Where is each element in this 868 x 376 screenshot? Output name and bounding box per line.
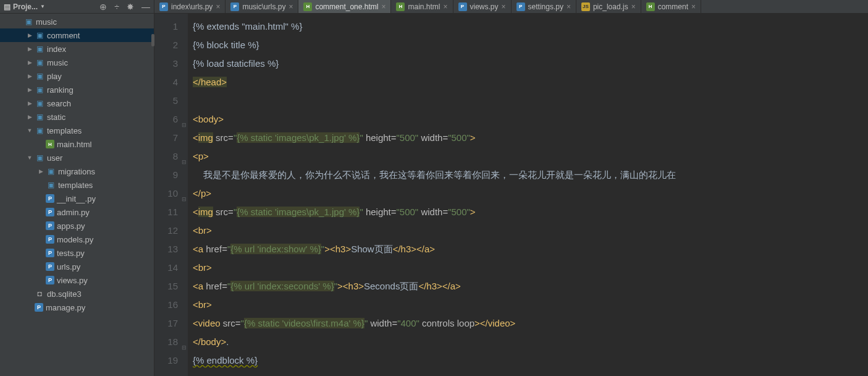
tree-label: db.sqlite3 [47, 289, 82, 299]
tree-item-static[interactable]: ▣static [0, 110, 154, 124]
fold-icon[interactable]: ⊟ [182, 116, 187, 134]
project-panel-title[interactable]: ▤ Proje... ▼ [4, 2, 45, 11]
code-line[interactable]: <br> [193, 221, 868, 240]
gear-icon[interactable]: ✸ [127, 2, 134, 12]
close-icon[interactable]: × [289, 2, 293, 11]
fold-icon[interactable]: ⊟ [182, 153, 187, 171]
tree-arrow[interactable] [26, 127, 33, 134]
locate-icon[interactable]: ⊕ [99, 2, 107, 12]
tree-arrow[interactable] [26, 46, 33, 52]
close-icon[interactable]: × [631, 2, 636, 11]
tree-arrow[interactable] [26, 87, 33, 93]
tree-arrow[interactable] [26, 32, 33, 38]
tree-label: static [47, 113, 65, 122]
code-line[interactable]: <video src="{% static 'videos\first.m4a'… [193, 314, 868, 333]
tree-item-models-py[interactable]: Pmodels.py [0, 233, 154, 246]
tree-item-urls-py[interactable]: Purls.py [0, 260, 154, 273]
tab-comment[interactable]: Hcomment× [641, 0, 701, 13]
tree-item-index[interactable]: ▣index [0, 42, 154, 56]
dir-mod-icon: ▣ [35, 71, 44, 81]
tab-pic-load-js[interactable]: JSpic_load.js× [576, 0, 641, 13]
tree-item-templates[interactable]: ▣templates [0, 124, 154, 137]
tree-label: comment [47, 31, 80, 40]
close-icon[interactable]: × [444, 2, 448, 11]
db-icon: ◘ [35, 289, 44, 299]
tab-label: main.html [408, 2, 440, 11]
code-line[interactable]: <br> [193, 296, 868, 314]
code-line[interactable]: 我是不是你最疼爱的人，你为什么不说话，我在这等着你回来等着你回来，一朵花儿开就是… [193, 166, 868, 184]
tree-item-search[interactable]: ▣search [0, 96, 154, 110]
dir-mod-icon: ▣ [35, 58, 44, 67]
code-line[interactable]: {% block title %} [193, 36, 868, 54]
tree-item-comment[interactable]: ▣comment [0, 28, 154, 42]
close-icon[interactable]: × [502, 2, 506, 11]
tab-index-urls-py[interactable]: Pindex\urls.py× [154, 0, 225, 13]
py-icon: P [46, 276, 54, 284]
tree-arrow[interactable] [37, 168, 44, 174]
tree-label: manage.py [46, 303, 85, 312]
line-number: 6 [154, 110, 178, 129]
code-line[interactable]: {% extends "main.html" %} [193, 17, 868, 36]
fold-icon[interactable]: ⊟ [182, 190, 187, 208]
tree-item-admin-py[interactable]: Padmin.py [0, 205, 154, 219]
tree-item-music[interactable]: ▣music [0, 15, 154, 28]
tab-label: views.py [470, 2, 499, 11]
tree-label: models.py [57, 235, 93, 244]
code-line[interactable]: </body>. [193, 333, 868, 351]
line-number: 9 [154, 166, 178, 184]
code-line[interactable]: {% endblock %} [193, 351, 868, 370]
project-tree[interactable]: ▣music▣comment▣index▣music▣play▣ranking▣… [0, 14, 154, 376]
py-file-icon: P [230, 2, 239, 11]
fold-icon[interactable]: ⊟ [182, 338, 187, 357]
dir-mod-icon: ▣ [35, 44, 44, 54]
code-line[interactable]: </head> [193, 73, 868, 92]
tree-arrow[interactable] [26, 114, 33, 120]
py-icon: P [46, 249, 54, 257]
tree-item-views-py[interactable]: Pviews.py [0, 273, 154, 287]
code-source[interactable]: {% extends "main.html" %}{% block title … [188, 14, 868, 376]
collapse-icon[interactable]: ÷ [114, 2, 119, 12]
code-editor[interactable]: 123456⊟78⊟910⊟1112131415161718⊟19 {% ext… [154, 14, 868, 376]
tree-item-templates[interactable]: ▣templates [0, 178, 154, 192]
tree-item-db-sqlite3[interactable]: ◘db.sqlite3 [0, 287, 154, 301]
code-line[interactable] [193, 92, 868, 110]
code-line[interactable]: {% load staticfiles %} [193, 54, 868, 73]
code-line[interactable]: <img src="{% static 'images\pk_1.jpg' %}… [193, 129, 868, 147]
tree-item-user[interactable]: ▣user [0, 151, 154, 164]
tree-item-tests-py[interactable]: Ptests.py [0, 246, 154, 260]
tree-item-ranking[interactable]: ▣ranking [0, 83, 154, 96]
close-icon[interactable]: × [691, 2, 696, 11]
tab-settings-py[interactable]: Psettings.py× [512, 0, 576, 13]
code-line[interactable]: <br> [193, 258, 868, 277]
code-line[interactable]: <a href="{% url 'index:seconds' %}"><h3>… [193, 277, 868, 296]
tab-label: comment_one.html [315, 2, 378, 11]
tree-item-migrations[interactable]: ▣migrations [0, 164, 154, 178]
close-icon[interactable]: × [567, 2, 571, 11]
code-line[interactable]: </p> [193, 184, 868, 203]
dir-mod-icon: ▣ [23, 17, 33, 27]
code-line[interactable]: <p> [193, 147, 868, 166]
dir-mod-icon: ▣ [35, 85, 44, 95]
tree-item-manage-py[interactable]: Pmanage.py [0, 301, 154, 314]
close-icon[interactable]: × [381, 2, 386, 11]
code-line[interactable]: <a href="{% url 'index:show' %}"><h3>Sho… [193, 240, 868, 258]
tree-arrow[interactable] [26, 59, 33, 66]
code-line[interactable]: <body> [193, 110, 868, 129]
code-line[interactable]: <img src="{% static 'images\pk_1.jpg' %}… [193, 203, 868, 221]
tree-item-apps-py[interactable]: Papps.py [0, 219, 154, 233]
dropdown-icon: ▼ [40, 4, 45, 9]
tab-main-html[interactable]: Hmain.html× [391, 0, 453, 13]
tree-arrow[interactable] [26, 155, 33, 161]
tree-item-main-html[interactable]: Hmain.html [0, 137, 154, 151]
tree-item-play[interactable]: ▣play [0, 69, 154, 83]
tree-arrow[interactable] [26, 73, 33, 79]
tab-comment-one-html[interactable]: Hcomment_one.html× [298, 0, 391, 13]
project-panel-header: ▤ Proje... ▼ ⊕ ÷ ✸ — [0, 0, 154, 14]
close-icon[interactable]: × [216, 2, 220, 11]
tree-item-music[interactable]: ▣music [0, 56, 154, 69]
tree-item---init---py[interactable]: P__init__.py [0, 192, 154, 205]
tab-views-py[interactable]: Pviews.py× [453, 0, 512, 13]
tab-music-urls-py[interactable]: Pmusic\urls.py× [225, 0, 298, 13]
tree-arrow[interactable] [26, 100, 33, 106]
hide-icon[interactable]: — [141, 2, 150, 12]
